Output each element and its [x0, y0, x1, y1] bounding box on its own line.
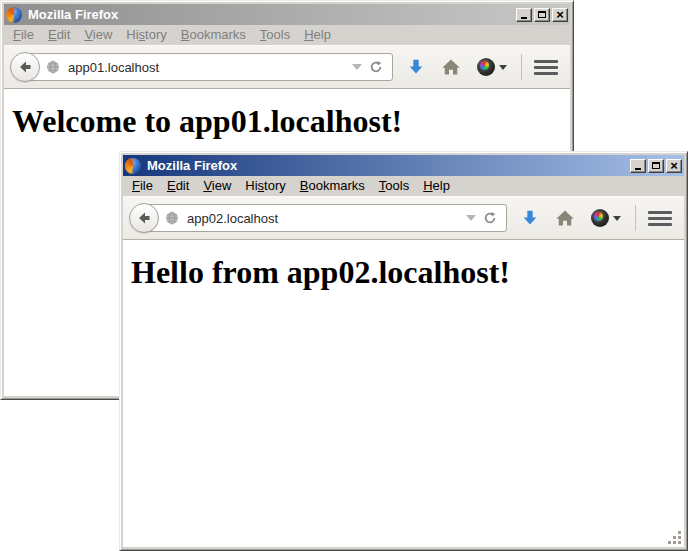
resize-grip[interactable] [667, 530, 682, 545]
home-icon [555, 209, 575, 227]
menu-item-help[interactable]: Help [297, 25, 338, 45]
menu-panel-button[interactable] [648, 211, 672, 226]
back-button[interactable] [10, 52, 40, 82]
url-dropdown-icon[interactable] [466, 215, 476, 221]
home-button[interactable] [555, 209, 575, 227]
window-controls: × [630, 159, 682, 173]
url-bar[interactable]: app02.localhost [144, 204, 507, 232]
addon-dropdown-caret-icon [613, 216, 621, 221]
hamburger-icon [534, 60, 558, 63]
toolbar-separator [635, 205, 636, 231]
menu-item-edit[interactable]: Edit [160, 176, 196, 196]
menu-item-edit[interactable]: Edit [41, 25, 77, 45]
page-heading: Hello from app02.localhost! [131, 254, 684, 291]
addon-color-wheel-icon [477, 58, 495, 76]
window-title: Mozilla Firefox [145, 158, 626, 173]
url-text: app02.localhost [187, 211, 278, 226]
page-content: Hello from app02.localhost! [123, 240, 684, 547]
firefox-logo-icon [6, 7, 22, 23]
firefox-window-app02: Mozilla Firefox × FileEditViewHistoryBoo… [119, 151, 688, 551]
title-bar[interactable]: Mozilla Firefox × [4, 4, 570, 25]
menu-item-history[interactable]: History [119, 25, 173, 45]
menu-panel-button[interactable] [534, 60, 558, 75]
url-bar[interactable]: app01.localhost [25, 53, 393, 81]
download-arrow-icon [407, 58, 425, 76]
menu-item-file[interactable]: File [125, 176, 160, 196]
window-title: Mozilla Firefox [26, 7, 512, 22]
site-identity-globe-icon [45, 59, 61, 75]
firefox-logo-icon [125, 158, 141, 174]
addon-button[interactable] [591, 209, 621, 227]
addon-dropdown-caret-icon [499, 65, 507, 70]
back-arrow-icon [17, 59, 33, 75]
minimize-icon [521, 17, 527, 19]
minimize-icon [635, 168, 641, 170]
site-identity-globe-icon [164, 210, 180, 226]
minimize-button[interactable] [630, 159, 646, 173]
menu-item-view[interactable]: View [77, 25, 119, 45]
close-icon: × [556, 8, 564, 21]
download-button[interactable] [407, 58, 425, 76]
addon-button[interactable] [477, 58, 507, 76]
close-button[interactable]: × [552, 8, 568, 22]
maximize-button[interactable] [648, 159, 664, 173]
page-heading: Welcome to app01.localhost! [12, 103, 570, 140]
menu-item-file[interactable]: File [6, 25, 41, 45]
menu-item-help[interactable]: Help [416, 176, 457, 196]
menu-item-history[interactable]: History [238, 176, 292, 196]
minimize-button[interactable] [516, 8, 532, 22]
download-arrow-icon [521, 209, 539, 227]
url-dropdown-icon[interactable] [352, 64, 362, 70]
menu-item-tools[interactable]: Tools [253, 25, 297, 45]
url-text: app01.localhost [68, 60, 159, 75]
home-icon [441, 58, 461, 76]
maximize-icon [538, 11, 546, 18]
menu-bar: FileEditViewHistoryBookmarksToolsHelp [123, 176, 684, 196]
maximize-button[interactable] [534, 8, 550, 22]
navigation-toolbar: app01.localhost [4, 45, 570, 89]
download-button[interactable] [521, 209, 539, 227]
maximize-icon [652, 162, 660, 169]
home-button[interactable] [441, 58, 461, 76]
menu-item-view[interactable]: View [196, 176, 238, 196]
navigation-toolbar: app02.localhost [123, 196, 684, 240]
close-button[interactable]: × [666, 159, 682, 173]
menu-item-tools[interactable]: Tools [372, 176, 416, 196]
hamburger-icon [648, 211, 672, 214]
close-icon: × [670, 159, 678, 172]
back-arrow-icon [136, 210, 152, 226]
menu-bar: FileEditViewHistoryBookmarksToolsHelp [4, 25, 570, 45]
reload-icon[interactable] [369, 60, 383, 74]
addon-color-wheel-icon [591, 209, 609, 227]
menu-item-bookmarks[interactable]: Bookmarks [293, 176, 372, 196]
back-button[interactable] [129, 203, 159, 233]
toolbar-separator [521, 54, 522, 80]
title-bar[interactable]: Mozilla Firefox × [123, 155, 684, 176]
menu-item-bookmarks[interactable]: Bookmarks [174, 25, 253, 45]
window-controls: × [516, 8, 568, 22]
reload-icon[interactable] [483, 211, 497, 225]
